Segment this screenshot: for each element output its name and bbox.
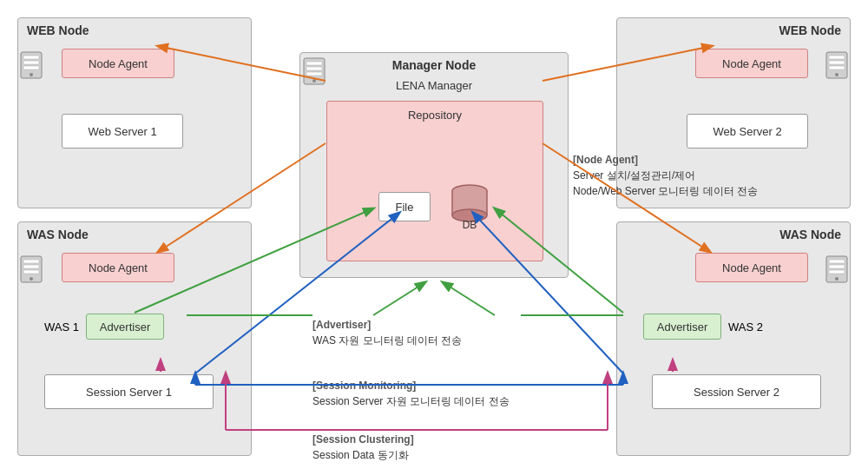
advertiser-right: Advertiser bbox=[643, 314, 721, 340]
session-server-2-box: Session Server 2 bbox=[652, 374, 821, 409]
diagram: WEB Node Node Agent Web Server 1 WEB Nod… bbox=[0, 0, 868, 469]
repository-box: Repository File DB bbox=[326, 101, 543, 261]
svg-rect-26 bbox=[829, 260, 845, 263]
svg-point-9 bbox=[30, 73, 33, 76]
web-node-right-label: WEB Node bbox=[617, 18, 850, 43]
session-server-1-box: Session Server 1 bbox=[44, 374, 214, 409]
svg-point-29 bbox=[835, 277, 838, 281]
was2-row: Advertiser WAS 2 bbox=[643, 314, 763, 340]
advertiser-left: Advertiser bbox=[86, 314, 164, 340]
file-box: File bbox=[378, 192, 431, 221]
server-icon-was-left bbox=[19, 254, 43, 287]
manager-node: Manager Node LENA Manager Repository Fil… bbox=[299, 52, 569, 278]
was-node-left: WAS Node Node Agent WAS 1 Advertiser Ses… bbox=[17, 221, 252, 456]
server-icon-web-right bbox=[825, 50, 849, 83]
svg-point-14 bbox=[835, 73, 838, 76]
svg-rect-11 bbox=[829, 56, 845, 59]
svg-line-49 bbox=[443, 282, 495, 315]
db-icon: DB bbox=[448, 182, 491, 231]
node-agent-annotation: [Node Agent] Server 설치/설정관리/제어 Node/Web … bbox=[573, 152, 758, 199]
node-agent-right-web: Node Agent bbox=[695, 49, 808, 78]
web-server-1-box: Web Server 1 bbox=[62, 114, 183, 149]
svg-rect-7 bbox=[23, 61, 39, 64]
repository-label: Repository bbox=[408, 109, 462, 122]
was1-row: WAS 1 Advertiser bbox=[44, 314, 164, 340]
svg-rect-27 bbox=[829, 265, 845, 268]
web-node-left: WEB Node Node Agent Web Server 1 bbox=[17, 17, 252, 208]
svg-rect-22 bbox=[23, 265, 39, 268]
web-server-2-box: Web Server 2 bbox=[687, 114, 808, 149]
was-node-left-label: WAS Node bbox=[18, 222, 251, 247]
svg-point-19 bbox=[312, 79, 316, 83]
svg-rect-12 bbox=[829, 61, 845, 64]
lena-manager-label: LENA Manager bbox=[300, 79, 568, 92]
svg-line-48 bbox=[373, 282, 425, 315]
svg-rect-8 bbox=[23, 66, 39, 69]
svg-rect-17 bbox=[306, 67, 322, 70]
node-agent-right-was: Node Agent bbox=[695, 253, 808, 282]
node-agent-left-was: Node Agent bbox=[62, 253, 174, 282]
was-node-right-label: WAS Node bbox=[617, 222, 850, 247]
node-agent-left-web: Node Agent bbox=[62, 49, 174, 78]
server-icon-manager bbox=[302, 56, 326, 89]
svg-rect-21 bbox=[23, 260, 39, 263]
session-clustering-annotation: [Session Clustering] Session Data 동기화 bbox=[312, 432, 414, 463]
was-node-right: WAS Node Node Agent Advertiser WAS 2 Ses… bbox=[616, 221, 851, 456]
svg-rect-16 bbox=[306, 62, 322, 65]
server-icon-web-left bbox=[19, 50, 43, 83]
svg-rect-18 bbox=[306, 72, 322, 76]
svg-rect-13 bbox=[829, 66, 845, 69]
manager-node-label: Manager Node bbox=[300, 53, 568, 77]
advertiser-annotation: [Advertiser] WAS 자원 모니터링 데이터 전송 bbox=[312, 317, 462, 348]
server-icon-was-right bbox=[825, 254, 849, 287]
svg-rect-28 bbox=[829, 270, 845, 274]
svg-rect-6 bbox=[23, 56, 39, 59]
svg-point-24 bbox=[30, 277, 33, 281]
session-monitoring-annotation: [Session Monitoring] Session Server 자원 모… bbox=[312, 378, 510, 409]
web-node-left-label: WEB Node bbox=[18, 18, 251, 43]
svg-rect-23 bbox=[23, 270, 39, 274]
